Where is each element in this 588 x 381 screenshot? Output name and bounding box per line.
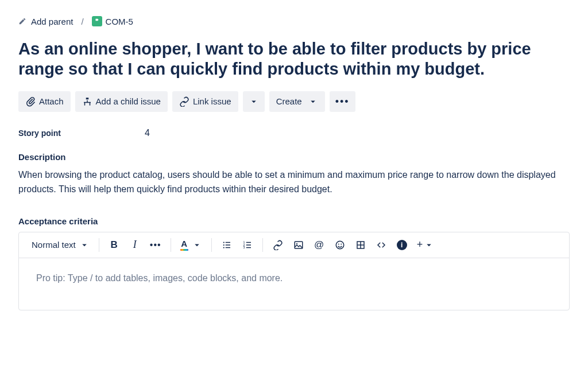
create-button[interactable]: Create (269, 91, 325, 112)
italic-button[interactable]: I (126, 236, 144, 254)
bold-button[interactable]: B (105, 236, 123, 254)
editor-toolbar: Normal text B I ••• A 123 @ (19, 232, 569, 258)
add-parent-label: Add parent (31, 17, 73, 26)
numbered-list-button[interactable]: 123 (238, 236, 257, 254)
svg-point-0 (223, 242, 224, 243)
add-child-label: Add a child issue (96, 96, 161, 106)
story-point-field: Story point 4 (18, 128, 570, 138)
link-icon (179, 96, 189, 107)
issue-key-link[interactable]: COM-5 (92, 16, 133, 26)
issue-title[interactable]: As an online shopper, I want to be able … (18, 39, 570, 80)
text-style-label: Normal text (32, 240, 76, 250)
story-point-label: Story point (18, 129, 145, 138)
toolbar-separator (262, 238, 263, 252)
chevron-down-icon (249, 96, 259, 107)
toolbar-separator (171, 238, 171, 252)
attach-button[interactable]: Attach (18, 91, 71, 112)
breadcrumb-separator: / (81, 17, 83, 26)
child-issue-icon (82, 96, 92, 107)
text-color-a-icon: A (181, 239, 187, 248)
emoji-button[interactable] (331, 236, 349, 254)
toolbar-separator (211, 238, 212, 252)
link-issue-button[interactable]: Link issue (172, 91, 238, 112)
insert-link-button[interactable] (269, 236, 287, 254)
info-icon: i (397, 240, 407, 250)
link-issue-dropdown[interactable] (243, 91, 265, 112)
action-row: Attach Add a child issue Link issue Crea… (18, 91, 570, 112)
issue-key-text: COM-5 (106, 17, 133, 26)
insert-image-button[interactable] (289, 236, 308, 254)
story-point-value[interactable]: 4 (145, 128, 150, 138)
svg-rect-3 (225, 242, 230, 243)
link-issue-label: Link issue (193, 96, 231, 106)
svg-rect-4 (225, 244, 230, 246)
acceptance-criteria-heading: Acceptance criteria (18, 216, 570, 226)
chevron-down-icon (424, 240, 434, 250)
link-icon (273, 240, 283, 250)
text-color-button[interactable]: A (177, 236, 206, 254)
numbered-list-icon: 123 (242, 240, 253, 250)
image-icon (293, 240, 304, 250)
svg-rect-5 (225, 247, 230, 248)
svg-point-1 (223, 244, 224, 246)
bullet-list-button[interactable] (218, 236, 236, 254)
description-heading: Description (18, 152, 570, 162)
more-actions-button[interactable]: ••• (330, 91, 355, 112)
pencil-icon (18, 17, 26, 25)
chevron-down-icon (79, 240, 90, 250)
text-style-dropdown[interactable]: Normal text (26, 236, 93, 254)
insert-more-button[interactable]: + (413, 236, 438, 254)
attach-label: Attach (39, 96, 64, 106)
svg-point-15 (338, 244, 339, 245)
emoji-icon (335, 240, 345, 250)
table-icon (355, 240, 366, 250)
attachment-icon (25, 96, 36, 107)
code-button[interactable] (372, 236, 390, 254)
svg-text:3: 3 (243, 246, 245, 249)
svg-rect-11 (246, 247, 250, 248)
editor-content-area[interactable]: Pro tip: Type / to add tables, images, c… (19, 258, 569, 310)
rich-text-editor: Normal text B I ••• A 123 @ (18, 232, 570, 310)
chevron-down-icon (192, 240, 202, 250)
more-formatting-button[interactable]: ••• (146, 236, 165, 254)
create-label: Create (276, 96, 302, 106)
svg-point-16 (341, 244, 342, 245)
mention-button[interactable]: @ (310, 236, 328, 254)
svg-rect-9 (246, 242, 250, 243)
add-parent-link[interactable]: Add parent (18, 17, 73, 26)
add-child-issue-button[interactable]: Add a child issue (75, 91, 168, 112)
plus-icon: + (417, 239, 423, 251)
code-icon (376, 240, 386, 250)
toolbar-separator (99, 238, 99, 252)
svg-point-14 (336, 241, 344, 249)
svg-point-2 (223, 247, 224, 248)
chevron-down-icon (308, 96, 318, 107)
text-color-swatch-icon (180, 249, 188, 251)
svg-point-13 (296, 243, 297, 244)
editor-placeholder: Pro tip: Type / to add tables, images, c… (36, 273, 283, 283)
breadcrumb: Add parent / COM-5 (18, 16, 570, 26)
svg-rect-10 (246, 244, 250, 246)
table-button[interactable] (351, 236, 370, 254)
story-type-icon (92, 16, 102, 26)
info-button[interactable]: i (393, 236, 411, 254)
bullet-list-icon (222, 240, 232, 250)
description-text[interactable]: When browsing the product catalog, users… (18, 168, 570, 197)
